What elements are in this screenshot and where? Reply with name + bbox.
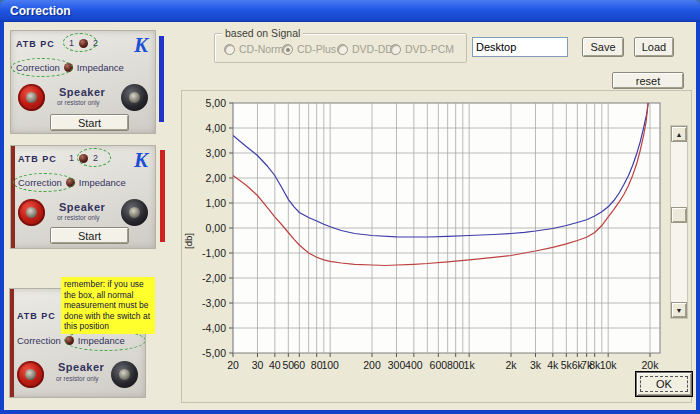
radio-label: DVD-PCM <box>405 43 454 55</box>
x-tick-label: 4k <box>547 359 559 371</box>
ok-button-focus: OK <box>640 376 688 392</box>
speaker-sublabel: or resistor only <box>56 375 99 382</box>
arrow-down-icon: ▼ <box>676 307 683 314</box>
radio-label: CD-Plus <box>297 43 336 55</box>
signal-groupbox: based on Signal CD-Normal CD-Plus DVD-DD… <box>214 33 467 63</box>
switch-knob-icon <box>79 39 88 48</box>
speaker-label: Speaker <box>59 86 105 98</box>
switch-label-1: 1 <box>69 38 74 48</box>
correction-label: Correction <box>17 335 61 346</box>
start-button-2[interactable]: Start <box>50 227 129 244</box>
mode-knob-icon <box>64 63 73 72</box>
red-speaker-terminal-icon <box>18 199 45 226</box>
y-tick-label: -4,00 <box>202 322 226 334</box>
correction-label: Correction <box>16 62 60 73</box>
title-bar: Correction <box>0 0 700 22</box>
impedance-label: Impedance <box>78 335 125 346</box>
switch-label-1: 1 <box>69 153 74 163</box>
radio-cd-plus[interactable]: CD-Plus <box>282 43 336 55</box>
mode-row: Correction Impedance <box>17 335 125 346</box>
x-tick-label: 300 <box>388 359 406 371</box>
reset-button[interactable]: reset <box>612 72 684 89</box>
mode-row: Correction Impedance <box>18 177 126 188</box>
y-tick-label: 0,00 <box>206 222 227 234</box>
save-button[interactable]: Save <box>582 37 624 57</box>
mode-knob-icon <box>66 178 75 187</box>
device-photo-2: ATB PC 1 2 K Correction Impedance Speake… <box>10 145 156 249</box>
ok-button[interactable]: OK <box>636 372 692 396</box>
x-tick-label: 20 <box>227 359 239 371</box>
speaker-label: Speaker <box>59 201 105 213</box>
scale-scrollbar[interactable]: ▲ ▼ <box>670 125 688 319</box>
radio-icon <box>390 44 401 55</box>
switch-label-2: 2 <box>93 38 98 48</box>
x-tick-label: 3k <box>530 359 542 371</box>
photo-edge <box>10 289 14 397</box>
x-tick-label: 1k <box>464 359 476 371</box>
radio-icon <box>224 44 235 55</box>
x-tick-label: 20k <box>642 359 660 371</box>
device-brand-label: ATB PC <box>16 39 55 49</box>
start-button-1[interactable]: Start <box>50 114 129 131</box>
impedance-label: Impedance <box>79 177 126 188</box>
radio-dvd-pcm[interactable]: DVD-PCM <box>390 43 454 55</box>
x-tick-label: 30 <box>252 359 264 371</box>
scroll-down-button[interactable]: ▼ <box>671 302 687 318</box>
k-brand-logo: K <box>134 148 148 173</box>
y-tick-label: 1,00 <box>206 197 227 209</box>
y-axis-label: [db] <box>183 233 194 249</box>
x-tick-label: 100 <box>321 359 339 371</box>
client-area: ATB PC 1 2 K Correction Impedance Speake… <box>4 22 696 410</box>
chart-panel: 5,004,003,002,001,000,00-1,00-2,00-3,00-… <box>181 90 692 403</box>
x-tick-label: 800 <box>447 359 465 371</box>
black-speaker-terminal-icon <box>111 361 138 388</box>
device-photo-1: ATB PC 1 2 K Correction Impedance Speake… <box>10 30 156 134</box>
black-speaker-terminal-icon <box>121 199 148 226</box>
blue-channel-marker <box>159 36 164 122</box>
mode-row: Correction Impedance <box>16 62 124 73</box>
y-tick-label: -2,00 <box>202 272 226 284</box>
k-brand-logo: K <box>134 33 148 58</box>
x-tick-label: 600 <box>430 359 448 371</box>
switch-knob-icon <box>79 154 88 163</box>
radio-icon <box>337 44 348 55</box>
speaker-label: Speaker <box>58 361 104 373</box>
red-speaker-terminal-icon <box>17 361 44 388</box>
channel-switch: 1 2 <box>69 153 98 163</box>
window-title: Correction <box>0 4 71 18</box>
switch-label-2: 2 <box>93 153 98 163</box>
correction-window: Correction ATB PC 1 2 K Correction Imped… <box>0 0 700 414</box>
x-tick-label: 40 <box>269 359 281 371</box>
channel-switch: 1 2 <box>69 38 98 48</box>
reminder-note: remember: if you use the box, all normal… <box>61 277 155 334</box>
y-tick-label: 2,00 <box>206 172 227 184</box>
radio-dvd-dd[interactable]: DVD-DD <box>337 43 393 55</box>
y-tick-label: 4,00 <box>206 122 227 134</box>
impedance-label: Impedance <box>77 62 124 73</box>
correction-chart-svg: 5,004,003,002,001,000,00-1,00-2,00-3,00-… <box>182 91 691 402</box>
arrow-up-icon: ▲ <box>676 131 683 138</box>
speaker-sublabel: or resistor only <box>57 99 100 106</box>
scroll-up-button[interactable]: ▲ <box>671 126 687 142</box>
y-tick-label: -1,00 <box>202 247 226 259</box>
scroll-thumb[interactable] <box>671 207 687 223</box>
y-tick-label: 3,00 <box>206 147 227 159</box>
x-tick-label: 400 <box>405 359 423 371</box>
y-tick-label: 5,00 <box>206 97 227 109</box>
radio-label: DVD-DD <box>352 43 393 55</box>
x-tick-label: 200 <box>363 359 381 371</box>
speaker-sublabel: or resistor only <box>57 214 100 221</box>
device-brand-label: ATB PC <box>17 311 56 321</box>
preset-name-input[interactable] <box>472 37 568 57</box>
black-speaker-terminal-icon <box>121 84 148 111</box>
x-tick-label: 60 <box>293 359 305 371</box>
groupbox-label: based on Signal <box>222 27 303 39</box>
photo-edge <box>11 146 15 248</box>
mode-knob-icon <box>65 336 74 345</box>
correction-label: Correction <box>18 177 62 188</box>
x-tick-label: 2k <box>505 359 517 371</box>
load-button[interactable]: Load <box>634 37 674 57</box>
y-tick-label: -5,00 <box>202 347 226 359</box>
device-brand-label: ATB PC <box>18 154 57 164</box>
red-speaker-terminal-icon <box>18 84 45 111</box>
